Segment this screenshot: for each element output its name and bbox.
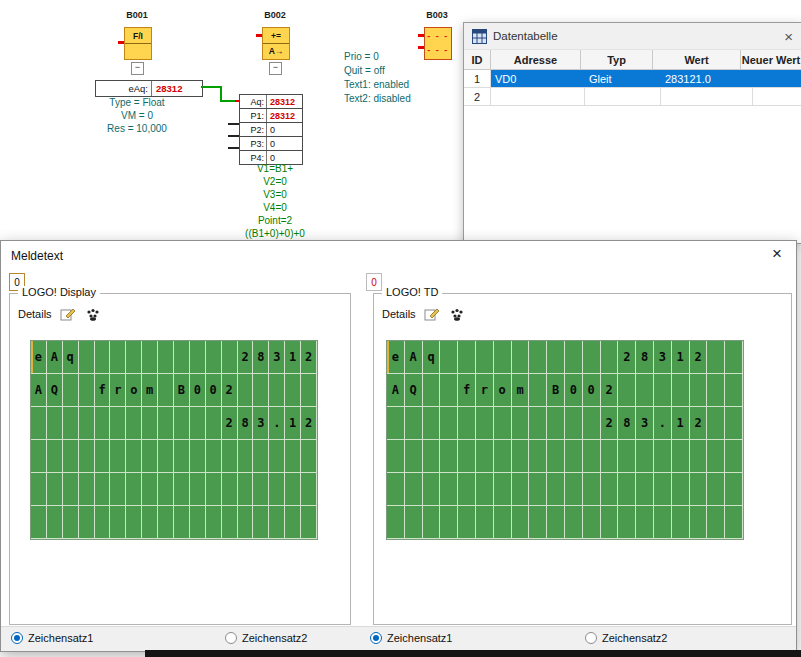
lcd-cell[interactable] [458, 440, 476, 473]
lcd-cell[interactable] [142, 473, 158, 506]
lcd-cell[interactable]: e [387, 341, 405, 374]
lcd-cell[interactable] [79, 374, 95, 407]
radio-unselected-icon[interactable] [225, 632, 237, 644]
lcd-cell[interactable]: 8 [253, 341, 269, 374]
lcd-cell[interactable] [285, 374, 301, 407]
lcd-cell[interactable] [672, 506, 690, 539]
lcd-cell[interactable] [222, 506, 238, 539]
lcd-cell[interactable] [110, 440, 126, 473]
lcd-cell[interactable] [190, 440, 206, 473]
lcd-cell[interactable] [440, 440, 458, 473]
radio-selected-icon[interactable] [11, 632, 23, 644]
lcd-cell[interactable]: 1 [672, 341, 690, 374]
lcd-cell[interactable] [494, 440, 512, 473]
lcd-cell[interactable] [601, 473, 619, 506]
lcd-cell[interactable] [512, 407, 530, 440]
wert-cell[interactable] [661, 88, 753, 105]
lcd-cell[interactable] [476, 506, 494, 539]
lcd-cell[interactable] [583, 506, 601, 539]
lcd-cell[interactable] [636, 473, 654, 506]
lcd-cell[interactable] [269, 473, 285, 506]
lcd-cell[interactable] [126, 440, 142, 473]
lcd-cell[interactable]: B [174, 374, 190, 407]
lcd-cell[interactable] [95, 506, 111, 539]
lcd-cell[interactable] [547, 440, 565, 473]
lcd-cell[interactable] [79, 440, 95, 473]
lcd-cell[interactable] [529, 407, 547, 440]
lcd-cell[interactable] [494, 473, 512, 506]
lcd-cell[interactable] [405, 407, 423, 440]
lcd-cell[interactable]: o [494, 374, 512, 407]
lcd-cell[interactable] [142, 341, 158, 374]
lcd-cell[interactable] [238, 440, 254, 473]
lcd-cell[interactable] [222, 473, 238, 506]
lcd-cell[interactable]: 2 [222, 374, 238, 407]
lcd-cell[interactable] [285, 506, 301, 539]
lcd-cell[interactable] [222, 440, 238, 473]
lcd-cell[interactable] [512, 473, 530, 506]
lcd-cell[interactable] [63, 506, 79, 539]
edit-details-button[interactable] [423, 306, 441, 322]
lcd-cell[interactable]: 8 [238, 407, 254, 440]
lcd-cell[interactable] [253, 374, 269, 407]
lcd-cell[interactable] [253, 440, 269, 473]
lcd-cell[interactable] [636, 440, 654, 473]
lcd-cell[interactable]: r [110, 374, 126, 407]
lcd-cell[interactable] [529, 341, 547, 374]
lcd-cell[interactable] [31, 506, 47, 539]
lcd-cell[interactable] [79, 506, 95, 539]
lcd-cell[interactable] [547, 341, 565, 374]
lcd-cell[interactable] [110, 473, 126, 506]
lcd-cell[interactable] [654, 473, 672, 506]
lcd-cell[interactable] [725, 407, 743, 440]
lcd-cell[interactable] [158, 407, 174, 440]
lcd-cell[interactable] [238, 374, 254, 407]
lcd-cell[interactable]: 3 [636, 407, 654, 440]
lcd-cell[interactable] [583, 407, 601, 440]
lcd-cell[interactable] [476, 473, 494, 506]
neuer-wert-cell[interactable] [753, 88, 801, 105]
lcd-cell[interactable] [565, 407, 583, 440]
lcd-cell[interactable] [95, 473, 111, 506]
lcd-cell[interactable] [174, 440, 190, 473]
lcd-cell[interactable] [285, 440, 301, 473]
lcd-cell[interactable] [158, 440, 174, 473]
lcd-cell[interactable] [636, 506, 654, 539]
lcd-cell[interactable]: q [423, 341, 441, 374]
lcd-cell[interactable] [565, 506, 583, 539]
lcd-cell[interactable] [63, 440, 79, 473]
lcd-cell[interactable] [494, 341, 512, 374]
lcd-cell[interactable]: 8 [618, 407, 636, 440]
lcd-cell[interactable] [476, 407, 494, 440]
lcd-cell[interactable] [423, 506, 441, 539]
lcd-cell[interactable] [142, 440, 158, 473]
lcd-cell[interactable] [476, 341, 494, 374]
lcd-cell[interactable] [440, 473, 458, 506]
lcd-cell[interactable]: 0 [583, 374, 601, 407]
block-b002[interactable]: += A→ [262, 27, 290, 60]
lcd-cell[interactable]: . [269, 407, 285, 440]
lcd-cell[interactable] [423, 440, 441, 473]
lcd-cell[interactable] [47, 506, 63, 539]
edit-details-button[interactable] [59, 306, 77, 322]
lcd-cell[interactable]: 3 [269, 341, 285, 374]
lcd-cell[interactable] [206, 407, 222, 440]
lcd-cell[interactable]: e [31, 341, 47, 374]
block-b003[interactable]: - - - - - - [424, 27, 452, 60]
lcd-cell[interactable] [405, 440, 423, 473]
lcd-cell[interactable]: 2 [301, 407, 317, 440]
lcd-cell[interactable] [31, 473, 47, 506]
lcd-cell[interactable] [529, 473, 547, 506]
lcd-cell[interactable] [63, 407, 79, 440]
lcd-cell[interactable] [79, 341, 95, 374]
lcd-cell[interactable]: 2 [222, 407, 238, 440]
lcd-cell[interactable] [583, 473, 601, 506]
adresse-cell[interactable] [491, 88, 585, 105]
lcd-cell[interactable] [618, 473, 636, 506]
lcd-cell[interactable] [494, 506, 512, 539]
lcd-cell[interactable] [529, 506, 547, 539]
lcd-cell[interactable] [387, 440, 405, 473]
lcd-cell[interactable] [547, 473, 565, 506]
lcd-cell[interactable] [458, 473, 476, 506]
neuer-wert-cell[interactable] [753, 70, 801, 87]
